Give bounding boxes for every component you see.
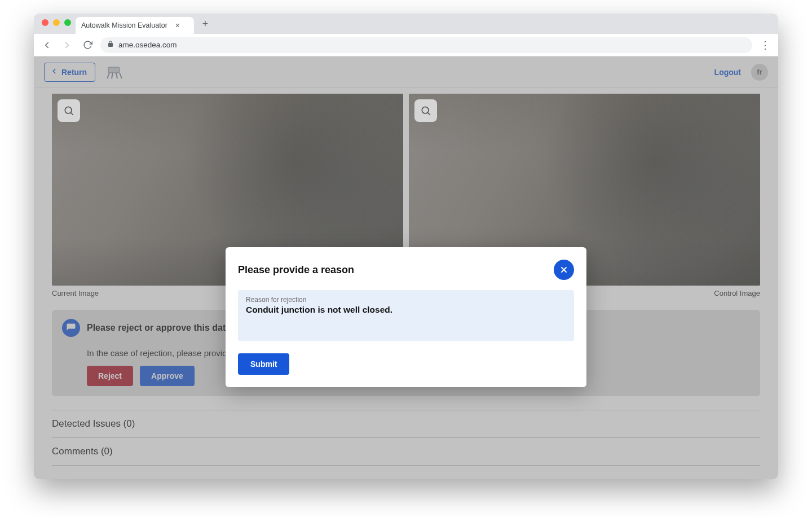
rejection-reason-modal: Please provide a reason Reason for rejec… bbox=[226, 247, 586, 387]
browser-tab[interactable]: Autowalk Mission Evaluator × bbox=[76, 17, 194, 34]
zoom-button-left[interactable] bbox=[58, 99, 80, 122]
browser-menu-button[interactable]: ⋮ bbox=[758, 39, 773, 51]
modal-title: Please provide a reason bbox=[238, 264, 354, 276]
tab-title: Autowalk Mission Evaluator bbox=[81, 21, 167, 29]
reload-button[interactable] bbox=[80, 38, 95, 52]
submit-button[interactable]: Submit bbox=[238, 353, 289, 375]
window-maximize-icon[interactable] bbox=[64, 19, 71, 26]
textarea-label: Reason for rejection bbox=[246, 296, 566, 304]
app-page: Return Logout fr bbox=[34, 56, 778, 479]
reason-textarea[interactable]: Reason for rejection Conduit junction is… bbox=[238, 290, 574, 341]
window-close-icon[interactable] bbox=[42, 19, 48, 26]
svg-point-7 bbox=[422, 107, 429, 113]
browser-tab-strip: Autowalk Mission Evaluator × + bbox=[34, 14, 778, 34]
svg-point-5 bbox=[65, 107, 72, 113]
textarea-value: Conduit junction is not well closed. bbox=[246, 305, 566, 315]
close-icon[interactable]: × bbox=[175, 21, 180, 30]
back-button[interactable] bbox=[39, 38, 54, 52]
window-controls bbox=[38, 19, 76, 28]
window-minimize-icon[interactable] bbox=[53, 19, 60, 26]
browser-toolbar: ame.osedea.com ⋮ bbox=[34, 34, 778, 56]
forward-button[interactable] bbox=[60, 38, 74, 52]
search-icon bbox=[63, 105, 74, 116]
zoom-button-right[interactable] bbox=[414, 99, 437, 122]
browser-window: Autowalk Mission Evaluator × + ame.osede… bbox=[34, 14, 778, 479]
lock-icon bbox=[107, 41, 114, 49]
svg-line-8 bbox=[428, 113, 430, 115]
new-tab-button[interactable]: + bbox=[197, 16, 213, 32]
url-text: ame.osedea.com bbox=[118, 41, 177, 49]
close-icon bbox=[559, 265, 568, 274]
address-bar[interactable]: ame.osedea.com bbox=[100, 37, 752, 53]
svg-line-6 bbox=[71, 113, 73, 115]
search-icon bbox=[420, 105, 431, 116]
modal-header: Please provide a reason bbox=[238, 260, 574, 280]
modal-close-button[interactable] bbox=[554, 260, 574, 280]
